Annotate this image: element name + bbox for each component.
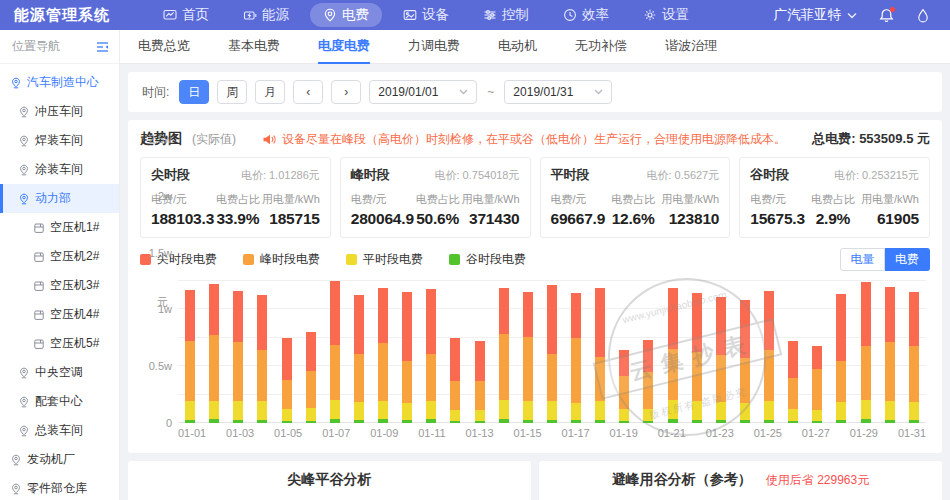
location-pin-icon <box>18 367 30 379</box>
topnav-item-能源[interactable]: 能源 <box>230 3 302 27</box>
sidebar-item-空压机4#[interactable]: 空压机4# <box>0 300 119 329</box>
stacked-bar-01-08[interactable] <box>354 295 364 423</box>
sidebar-item-label: 空压机3# <box>50 277 99 294</box>
notifications-button[interactable] <box>879 8 894 23</box>
bar-slot-01-20 <box>636 281 660 423</box>
stacked-bar-01-17[interactable] <box>571 293 581 423</box>
tab-电动机[interactable]: 电动机 <box>498 30 537 64</box>
stacked-bar-01-04[interactable] <box>257 295 267 423</box>
period-card-平时段: 平时段电价: 0.5627元电费/元69667.9电费占比12.6%用电量/kW… <box>540 157 731 238</box>
bar-segment-尖时段电费 <box>499 288 509 333</box>
tab-无功补偿[interactable]: 无功补偿 <box>575 30 627 64</box>
sidebar-item-冲压车间[interactable]: 冲压车间 <box>0 97 119 126</box>
stacked-bar-01-10[interactable] <box>402 292 412 423</box>
bar-segment-峰时段电费 <box>475 381 485 410</box>
stacked-bar-01-05[interactable] <box>282 338 292 423</box>
stacked-bar-01-31[interactable] <box>909 292 919 423</box>
bar-segment-尖时段电费 <box>740 300 750 358</box>
bar-segment-峰时段电费 <box>740 358 750 403</box>
sidebar-item-空压机1#[interactable]: 空压机1# <box>0 213 119 242</box>
stacked-bar-01-15[interactable] <box>523 292 533 423</box>
topnav-item-效率[interactable]: 效率 <box>550 3 622 27</box>
x-axis-tick: 01-15 <box>514 427 542 439</box>
stacked-bar-01-13[interactable] <box>475 341 485 423</box>
granularity-日-button[interactable]: 日 <box>179 80 209 104</box>
granularity-月-button[interactable]: 月 <box>255 80 285 104</box>
stacked-bar-01-22[interactable] <box>692 293 702 423</box>
tenant-switcher[interactable]: 广汽菲亚特 <box>774 6 858 24</box>
bar-segment-平时段电费 <box>257 401 267 419</box>
topnav-item-电费[interactable]: 电费 <box>310 3 382 27</box>
sidebar-item-配套中心[interactable]: 配套中心 <box>0 387 119 416</box>
legend-row: 尖时段电费峰时段电费平时段电费谷时段电费 电量电费 <box>140 248 930 271</box>
date-from-select[interactable]: 2019/01/01 <box>369 80 477 104</box>
topnav-item-控制[interactable]: 控制 <box>470 3 542 27</box>
stacked-bar-01-01[interactable] <box>185 290 195 423</box>
stacked-bar-01-19[interactable] <box>619 350 629 423</box>
tab-力调电费[interactable]: 力调电费 <box>408 30 460 64</box>
stacked-bar-01-18[interactable] <box>595 288 605 423</box>
stacked-bar-01-06[interactable] <box>306 332 316 423</box>
tab-电度电费[interactable]: 电度电费 <box>318 30 370 64</box>
bar-segment-平时段电费 <box>571 403 581 420</box>
settings-gear-icon <box>643 8 657 22</box>
prev-range-button[interactable]: ‹ <box>293 80 323 104</box>
stacked-bar-01-27[interactable] <box>812 346 822 423</box>
tab-基本电费[interactable]: 基本电费 <box>228 30 280 64</box>
stacked-bar-01-02[interactable] <box>209 284 219 423</box>
granularity-周-button[interactable]: 周 <box>217 80 247 104</box>
water-drop-button[interactable] <box>916 8 930 23</box>
stacked-bar-01-24[interactable] <box>740 300 750 423</box>
bar-segment-峰时段电费 <box>595 357 605 401</box>
sidebar-item-涂装车间[interactable]: 涂装车间 <box>0 155 119 184</box>
bar-segment-峰时段电费 <box>354 354 364 402</box>
tab-电费总览[interactable]: 电费总览 <box>138 30 190 64</box>
stacked-bar-01-07[interactable] <box>330 281 340 423</box>
notice-text: 设备尽量在峰段（高电价）时刻检修，在平或谷（低电价）生产运行，合理使用电源降低成… <box>282 131 786 148</box>
bar-segment-峰时段电费 <box>692 352 702 401</box>
sidebar-item-焊装车间[interactable]: 焊装车间 <box>0 126 119 155</box>
sidebar-item-中央空调[interactable]: 中央空调 <box>0 358 119 387</box>
x-axis-tick: 01-21 <box>658 427 686 439</box>
topnav-item-首页[interactable]: 首页 <box>150 3 222 27</box>
topnav-item-设置[interactable]: 设置 <box>630 3 702 27</box>
next-range-button[interactable]: › <box>331 80 361 104</box>
sidebar-item-发动机厂[interactable]: 发动机厂 <box>0 445 119 474</box>
stacked-bar-01-11[interactable] <box>426 289 436 423</box>
bar-segment-谷时段电费 <box>450 421 460 423</box>
bar-segment-尖时段电费 <box>547 285 557 354</box>
sidebar-item-零件部仓库[interactable]: 零件部仓库 <box>0 474 119 500</box>
bar-segment-尖时段电费 <box>788 341 798 377</box>
stacked-bar-01-12[interactable] <box>450 338 460 423</box>
bar-slot-01-28 <box>829 281 853 423</box>
stacked-bar-01-20[interactable] <box>643 340 653 423</box>
date-to-select[interactable]: 2019/01/31 <box>504 80 612 104</box>
bar-segment-谷时段电费 <box>233 420 243 423</box>
stacked-bar-01-30[interactable] <box>885 287 895 423</box>
toggle-电量-button[interactable]: 电量 <box>840 248 885 271</box>
sidebar-item-汽车制造中心[interactable]: 汽车制造中心 <box>0 68 119 97</box>
stacked-bar-01-09[interactable] <box>378 288 388 423</box>
topnav-item-设备[interactable]: 设备 <box>390 3 462 27</box>
stacked-bar-01-23[interactable] <box>716 297 726 423</box>
toggle-电费-button[interactable]: 电费 <box>885 248 930 271</box>
bar-segment-谷时段电费 <box>885 420 895 423</box>
stacked-bar-01-28[interactable] <box>836 294 846 423</box>
control-icon <box>483 8 497 22</box>
chart-x-axis: 01-0101-0301-0501-0701-0901-1101-1301-15… <box>178 427 926 439</box>
stacked-bar-01-21[interactable] <box>668 288 678 423</box>
tab-谐波治理[interactable]: 谐波治理 <box>665 30 717 64</box>
stacked-bar-01-26[interactable] <box>788 341 798 423</box>
bar-segment-谷时段电费 <box>836 420 846 423</box>
sidebar-item-动力部[interactable]: 动力部 <box>0 184 119 213</box>
sidebar-item-空压机2#[interactable]: 空压机2# <box>0 242 119 271</box>
stacked-bar-01-03[interactable] <box>233 291 243 423</box>
sidebar-item-空压机5#[interactable]: 空压机5# <box>0 329 119 358</box>
stacked-bar-01-16[interactable] <box>547 285 557 423</box>
sidebar-item-空压机3#[interactable]: 空压机3# <box>0 271 119 300</box>
stacked-bar-01-29[interactable] <box>861 282 871 423</box>
stacked-bar-01-14[interactable] <box>499 288 509 423</box>
stacked-bar-01-25[interactable] <box>764 291 774 423</box>
sidebar-item-总装车间[interactable]: 总装车间 <box>0 416 119 445</box>
collapse-sidebar-icon[interactable] <box>96 41 109 53</box>
